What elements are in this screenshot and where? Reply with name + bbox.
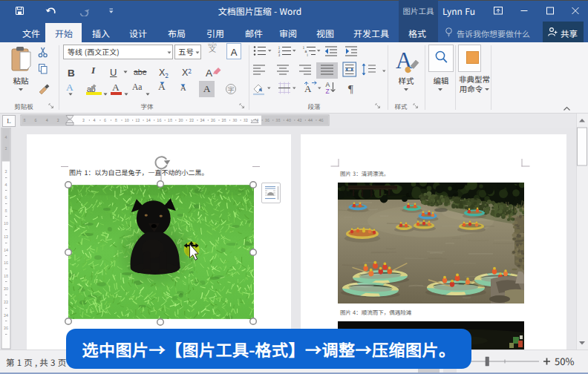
svg-text:26: 26 [211,117,215,123]
svg-text:20: 20 [178,117,183,123]
svg-text:6: 6 [4,194,7,200]
svg-text:16: 16 [4,260,8,266]
svg-text:2: 2 [4,168,7,174]
svg-text:32: 32 [244,117,248,123]
svg-text:44: 44 [308,117,313,123]
svg-text:10: 10 [125,117,129,123]
svg-text:30: 30 [232,117,237,123]
svg-text:12: 12 [4,234,8,240]
svg-text:8: 8 [115,117,117,123]
svg-text:2: 2 [4,145,7,151]
svg-text:18: 18 [4,273,8,279]
svg-text:22: 22 [189,117,194,123]
svg-text:4: 4 [4,134,7,140]
svg-text:46: 46 [319,117,324,123]
svg-text:8: 8 [4,208,7,214]
svg-text:14: 14 [4,247,8,253]
svg-text:28: 28 [222,117,226,123]
svg-text:36: 36 [265,117,270,123]
svg-text:6: 6 [104,117,106,123]
svg-text:24: 24 [200,117,205,123]
svg-text:4: 4 [93,117,95,123]
svg-text:4: 4 [4,182,7,188]
svg-text:2: 2 [82,117,85,123]
svg-text:10: 10 [4,220,8,226]
svg-text:42: 42 [297,117,301,123]
svg-text:22: 22 [4,299,8,305]
svg-text:6: 6 [35,117,37,123]
svg-text:4: 4 [46,117,48,123]
svg-text:8: 8 [23,117,25,123]
svg-text:26: 26 [4,325,8,331]
svg-text:24: 24 [4,312,8,318]
svg-text:14: 14 [146,117,151,123]
svg-text:38: 38 [275,117,280,123]
svg-text:20: 20 [4,286,8,292]
svg-text:16: 16 [157,117,161,123]
svg-text:2: 2 [57,117,59,123]
svg-text:12: 12 [135,117,140,123]
svg-text:50%: 50% [555,355,574,368]
svg-text:18: 18 [168,117,172,123]
svg-text:40: 40 [287,117,291,123]
